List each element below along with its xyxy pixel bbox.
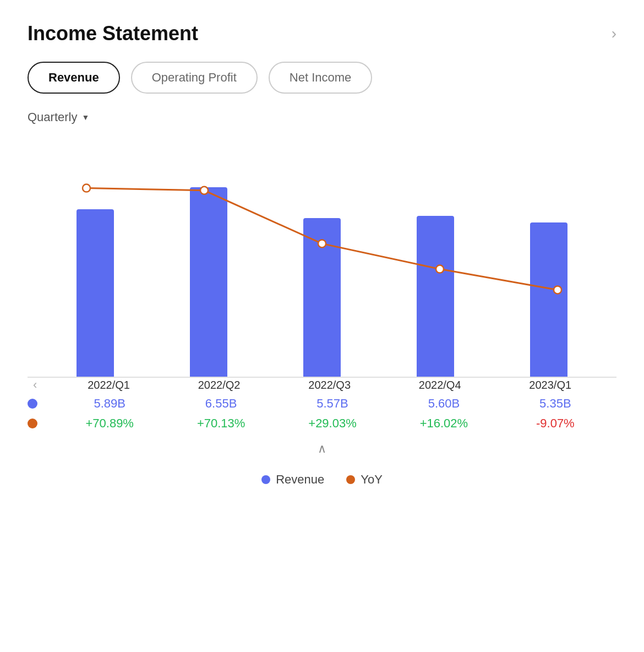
bar-col [265,218,379,377]
legend-label: Revenue [276,472,324,487]
legend-dot [261,475,270,484]
revenue-row: 5.89B6.55B5.57B5.60B5.35B [28,396,616,411]
revenue-value: 6.55B [165,396,276,411]
period-arrow-icon: ▼ [81,113,89,122]
bar [303,218,341,377]
collapse-button[interactable]: ∧ [28,442,616,456]
bar [77,209,114,377]
legend-label: YoY [361,472,383,487]
bar-col [492,222,605,377]
yoy-value: +70.89% [54,416,165,431]
revenue-value: 5.60B [388,396,499,411]
yoy-value: -9.07% [500,416,611,431]
tab-operating-profit[interactable]: Operating Profit [131,62,258,94]
bar-col [379,216,492,377]
bar-col [152,187,265,377]
bar [190,187,227,377]
chart-area [28,146,616,378]
yoy-value: +29.03% [277,416,388,431]
tab-net-income[interactable]: Net Income [269,62,373,94]
revenue-dot [28,399,37,409]
tabs-row: Revenue Operating Profit Net Income [28,62,616,94]
legend-item: Revenue [261,472,324,487]
x-label: 2022/Q4 [385,379,495,392]
x-label: 2022/Q1 [53,379,164,392]
legend-row: RevenueYoY [28,472,616,487]
revenue-value: 5.35B [500,396,611,411]
prev-button[interactable]: ‹ [28,378,42,392]
revenue-value: 5.89B [54,396,165,411]
yoy-dot [28,419,37,428]
bar [530,222,567,377]
yoy-value: +70.13% [165,416,276,431]
x-label: 2022/Q3 [274,379,385,392]
data-rows: 5.89B6.55B5.57B5.60B5.35B +70.89%+70.13%… [28,396,616,431]
x-label: 2023/Q1 [495,379,605,392]
x-axis-row: ‹ 2022/Q12022/Q22022/Q32022/Q42023/Q1 [28,378,616,392]
revenue-value: 5.57B [277,396,388,411]
legend-dot [346,475,355,484]
tab-revenue[interactable]: Revenue [28,62,120,94]
nav-next-button[interactable]: › [612,25,616,42]
page-title: Income Statement [28,22,198,45]
period-selector[interactable]: Quarterly ▼ [28,110,616,124]
yoy-value: +16.02% [388,416,499,431]
period-label: Quarterly [28,110,77,124]
x-label: 2022/Q2 [164,379,275,392]
bar [417,216,454,377]
bar-col [39,209,152,377]
yoy-row: +70.89%+70.13%+29.03%+16.02%-9.07% [28,416,616,431]
legend-item: YoY [346,472,383,487]
